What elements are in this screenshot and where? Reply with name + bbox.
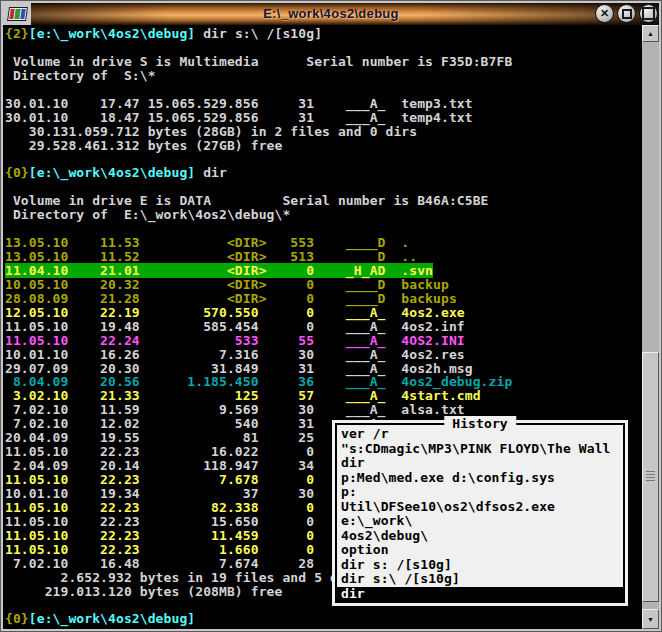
terminal[interactable]: {2}[e:\_work\4os2\debug] dir s:\ /[s10g]…	[3, 25, 642, 629]
maximize-button[interactable]	[639, 4, 658, 23]
terminal-line: 29.528.461.312 bytes (27GB) free	[5, 139, 642, 153]
history-item[interactable]: p:	[337, 485, 623, 500]
history-popup: History ver /r"s:CDmagic\MP3\PINK FLOYD\…	[332, 420, 628, 606]
terminal-line: 10.01.10 16.26 7.316 30 ___A_ 4os2.res	[5, 348, 642, 362]
terminal-line: 30.131.059.712 bytes (28GB) in 2 files a…	[5, 125, 642, 139]
terminal-line: 10.05.10 20.32 <DIR> 0 ____D backup	[5, 278, 642, 292]
history-item[interactable]: e:\_work\	[337, 514, 623, 529]
history-item[interactable]: 4os2\debug\	[337, 529, 623, 544]
terminal-line: 11.04.10 21.01 <DIR> 0 _H_AD .svn	[5, 264, 642, 278]
terminal-line: Volume in drive S is Multimedia Serial n…	[5, 55, 642, 69]
terminal-line	[5, 41, 642, 55]
scroll-up-icon: ▲	[647, 30, 654, 37]
window-title: E:\_work\4os2\debug	[3, 6, 659, 21]
scroll-up-button[interactable]: ▲	[642, 25, 659, 42]
terminal-line: Directory of E:\_work\4os2\debug\*	[5, 208, 642, 222]
terminal-line: {0}[e:\_work\4os2\debug] dir	[5, 166, 642, 180]
terminal-line: 11.05.10 19.48 585.454 0 ___A_ 4os2.inf	[5, 320, 642, 334]
history-popup-title: History	[444, 416, 516, 431]
terminal-line: 7.02.10 11.59 9.569 30 ___A_ alsa.txt	[5, 403, 642, 417]
history-item[interactable]: dir s:\ /[s10g]	[337, 572, 623, 587]
scroll-down-icon: ▼	[647, 616, 654, 623]
terminal-line: 29.07.09 20.30 31.849 31 ___A_ 4os2h.msg	[5, 362, 642, 376]
history-item[interactable]: Util\DFSee10\os2\dfsos2.exe	[337, 500, 623, 515]
terminal-line: 28.08.09 21.28 <DIR> 0 ____D backups	[5, 292, 642, 306]
history-list: ver /r"s:CDmagic\MP3\PINK FLOYD\The Wall…	[337, 427, 623, 601]
hide-icon	[622, 9, 632, 19]
close-icon: ✕	[600, 8, 609, 19]
terminal-line: {2}[e:\_work\4os2\debug] dir s:\ /[s10g]	[5, 27, 642, 41]
terminal-line: 13.05.10 11.52 <DIR> 513 ____D ..	[5, 250, 642, 264]
terminal-line: {0}[e:\_work\4os2\debug]	[5, 612, 642, 626]
history-item-selected[interactable]: dir	[337, 587, 623, 602]
terminal-line	[5, 180, 642, 194]
history-item[interactable]: dir s: /[s10g]	[337, 558, 623, 573]
history-item[interactable]: p:Med\med.exe d:\config.sys	[337, 471, 623, 486]
scrollbar[interactable]: ▲ ▼	[642, 25, 659, 629]
terminal-line: 12.05.10 22.19 570.550 0 ___A_ 4os2.exe	[5, 306, 642, 320]
history-item[interactable]: dir	[337, 456, 623, 471]
terminal-line: Directory of S:\*	[5, 69, 642, 83]
terminal-line	[5, 83, 642, 97]
window-frame: E:\_work\4os2\debug ✕ {2}[e:\_work\4os2\…	[0, 0, 662, 632]
scroll-thumb-grip	[646, 471, 655, 482]
terminal-line: 30.01.10 18.47 15.065.529.856 31 ___A_ t…	[5, 111, 642, 125]
maximize-icon	[642, 7, 655, 20]
terminal-line: 3.02.10 21.33 125 57 ___A_ 4start.cmd	[5, 389, 642, 403]
scroll-down-button[interactable]: ▼	[642, 609, 659, 629]
scroll-thumb[interactable]	[642, 352, 659, 601]
history-item[interactable]: "s:CDmagic\MP3\PINK FLOYD\The Wall	[337, 442, 623, 457]
terminal-line: 8.04.09 20.56 1.185.450 36 ___A_ 4os2_de…	[5, 375, 642, 389]
terminal-line	[5, 152, 642, 166]
terminal-line	[5, 222, 642, 236]
terminal-line: 13.05.10 11.53 <DIR> 553 ____D .	[5, 236, 642, 250]
terminal-line: 11.05.10 22.24 533 55 ___A_ 4OS2.INI	[5, 334, 642, 348]
terminal-line: Volume in drive E is DATA Serial number …	[5, 194, 642, 208]
history-item[interactable]: option	[337, 543, 623, 558]
terminal-line: 30.01.10 17.47 15.065.529.856 31 ___A_ t…	[5, 97, 642, 111]
window-buttons: ✕	[595, 4, 658, 23]
history-popup-border: History ver /r"s:CDmagic\MP3\PINK FLOYD\…	[335, 423, 625, 603]
hide-button[interactable]	[617, 4, 636, 23]
close-button[interactable]: ✕	[595, 4, 614, 23]
scroll-track[interactable]	[642, 42, 659, 609]
titlebar[interactable]: E:\_work\4os2\debug ✕	[3, 3, 659, 25]
